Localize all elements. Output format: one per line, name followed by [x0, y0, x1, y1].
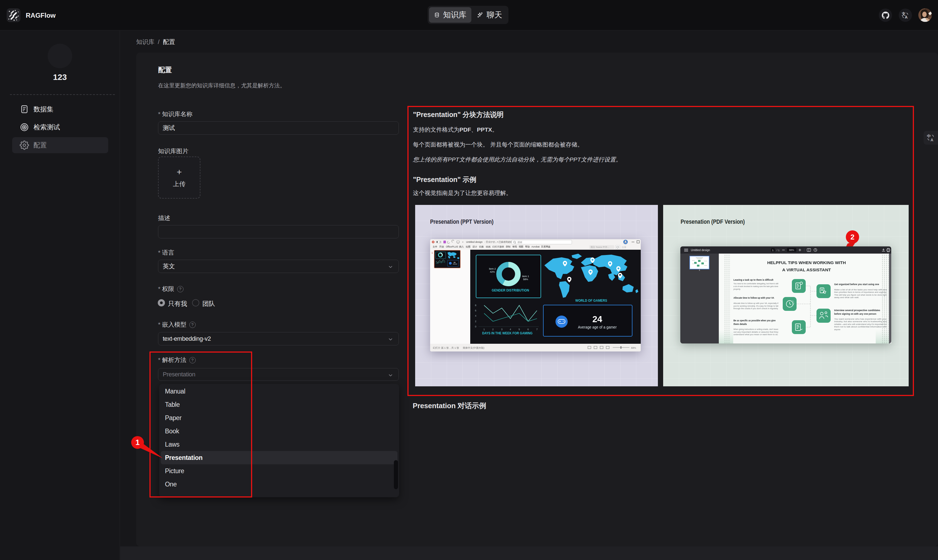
svg-text:58%: 58%	[523, 278, 528, 281]
svg-text:动画: 动画	[486, 245, 491, 248]
svg-text:4: 4	[509, 328, 511, 331]
svg-text:8: 8	[475, 304, 476, 307]
svg-text:幻灯片 第 1 张，共 1 张: 幻灯片 第 1 张，共 1 张	[433, 346, 459, 349]
svg-text:out any important details or a: out any important details or assume that…	[733, 331, 779, 333]
svg-text:6: 6	[475, 309, 476, 312]
svg-text:2: 2	[850, 233, 855, 241]
svg-text:a lot of work involved in maki: a lot of work involved in making sure th…	[733, 285, 778, 288]
svg-text:away and what can wait.: away and what can wait.	[834, 297, 859, 298]
svg-text:开始: 开始	[439, 245, 444, 248]
svg-text:through the cracks if you don': through the cracks if you don't check in…	[733, 308, 778, 310]
svg-text:视图: 视图	[519, 245, 523, 248]
svg-text:Presenation (PPT Version): Presenation (PPT Version)	[430, 218, 494, 225]
svg-text:24: 24	[454, 262, 455, 263]
svg-text:- 受保护的...: - 受保护的...	[484, 241, 497, 243]
svg-text:5: 5	[518, 328, 520, 331]
svg-text:中: 中	[927, 134, 931, 138]
svg-text:them details: them details	[733, 323, 747, 326]
svg-text:GENDER DISTRIBUTION: GENDER DISTRIBUTION	[492, 288, 529, 292]
svg-text:4: 4	[475, 314, 476, 317]
svg-text:A VIRTUAL ASSISTANT: A VIRTUAL ASSISTANT	[782, 268, 831, 272]
svg-text:分享: 分享	[622, 246, 626, 249]
svg-text:reliable—and who will understa: reliable—and who will understand why it'…	[834, 323, 887, 326]
svg-text:Be as specific as possible whe: Be as specific as possible when you give	[733, 319, 776, 322]
svg-text:文件: 文件	[433, 245, 438, 248]
svg-text:WORLD OF GAMERS: WORLD OF GAMERS	[575, 298, 607, 303]
svg-text:OfficePLUS: OfficePLUS	[446, 245, 458, 248]
svg-text:42%: 42%	[490, 271, 495, 273]
svg-text:HELPFUL TIPS WHEN WORKING WITH: HELPFUL TIPS WHEN WORKING WITH	[767, 260, 846, 265]
svg-text:anyone: anyone	[834, 329, 841, 331]
svg-text:1: 1	[699, 268, 700, 271]
svg-text:1: 1	[483, 328, 484, 331]
svg-text:item 1: item 1	[522, 275, 529, 278]
svg-text:录制: 录制	[506, 245, 511, 248]
svg-text:properly.: properly.	[733, 288, 741, 290]
svg-text:审阅: 审阅	[512, 245, 517, 248]
svg-text:69%: 69%	[631, 346, 636, 349]
svg-text:Leaving a task up to them is d: Leaving a task up to them is difficult	[733, 278, 773, 281]
svg-text:简体中文(中国大陆): 简体中文(中国大陆)	[463, 346, 484, 349]
svg-text:帮助: 帮助	[525, 245, 530, 248]
svg-text:DAYS IN THE WEEK FOR GAMING: DAYS IN THE WEEK FOR GAMING	[482, 331, 532, 335]
svg-text:切换: 切换	[479, 245, 484, 248]
svg-text:Interview several prospective: Interview several prospective candidates	[834, 309, 880, 312]
svg-text:This will help you figure out: This will help you figure out what needs…	[834, 294, 887, 296]
svg-text:Average age of a gamer: Average age of a gamer	[578, 325, 617, 329]
svg-text:1: 1	[772, 249, 774, 252]
svg-text:When giving instructions or wr: When giving instructions or writing emai…	[733, 328, 778, 331]
svg-text:A: A	[905, 15, 907, 19]
svg-text:66%: 66%	[789, 249, 794, 251]
svg-text:them not to talk about confide: them not to talk about confidential info…	[834, 326, 887, 328]
svg-text:you're working remotely. It's: you're working remotely. It's easy for t…	[733, 305, 779, 307]
svg-text:设计: 设计	[472, 245, 477, 248]
svg-text:then prioritize them in terms: then prioritize them in terms of importa…	[834, 291, 887, 294]
svg-text:插入: 插入	[459, 245, 464, 248]
svg-text:关: 关	[439, 241, 441, 243]
svg-text:0: 0	[475, 325, 476, 328]
svg-text:Make a list of all of the task: Make a list of all of the tasks you need…	[834, 289, 887, 291]
svg-text:Allocate time to follow up wit: Allocate time to follow up with your VA,…	[733, 302, 778, 305]
svg-text:You want someone who has exper: You want someone who has experience with…	[834, 318, 887, 320]
svg-text:24: 24	[592, 314, 602, 324]
svg-text:A: A	[930, 138, 933, 142]
svg-text:7: 7	[536, 328, 537, 331]
svg-text:industry, but also someone who: industry, but also someone who is trustw…	[834, 320, 887, 323]
svg-text:搜索: 搜索	[517, 241, 522, 244]
svg-text:You need to be comfortable del: You need to be comfortable delegating, b…	[733, 283, 778, 285]
svg-text:Acrobat: Acrobat	[531, 245, 540, 248]
svg-text:Get organized before you start: Get organized before you start using one	[834, 283, 879, 286]
svg-text:1: 1	[432, 251, 433, 254]
svg-text:understand what you mean or wa: understand what you mean or want them to…	[733, 334, 778, 336]
svg-text:2: 2	[475, 320, 476, 323]
svg-text:≡: ≡	[462, 241, 464, 243]
svg-text:百度网盘: 百度网盘	[541, 245, 551, 248]
svg-text:Untitled design: Untitled design	[466, 241, 483, 243]
svg-text:/ 1: / 1	[777, 249, 780, 252]
svg-text:批注 Teams 中开...: 批注 Teams 中开...	[591, 246, 609, 248]
svg-text:before signing on with any one: before signing on with any one person	[834, 312, 876, 315]
svg-text:幻灯片放映: 幻灯片放映	[492, 245, 504, 248]
svg-text:绘图: 绘图	[466, 245, 471, 248]
svg-text:6: 6	[527, 328, 529, 331]
svg-text:Allocate time to follow up wit: Allocate time to follow up with your VA	[733, 297, 774, 299]
svg-text:Presenation (PDF Version): Presenation (PDF Version)	[680, 218, 745, 225]
svg-text:item 2: item 2	[489, 268, 496, 270]
svg-text:3: 3	[501, 328, 502, 331]
svg-text:Untitled design: Untitled design	[691, 248, 710, 252]
svg-text:2: 2	[492, 328, 494, 331]
